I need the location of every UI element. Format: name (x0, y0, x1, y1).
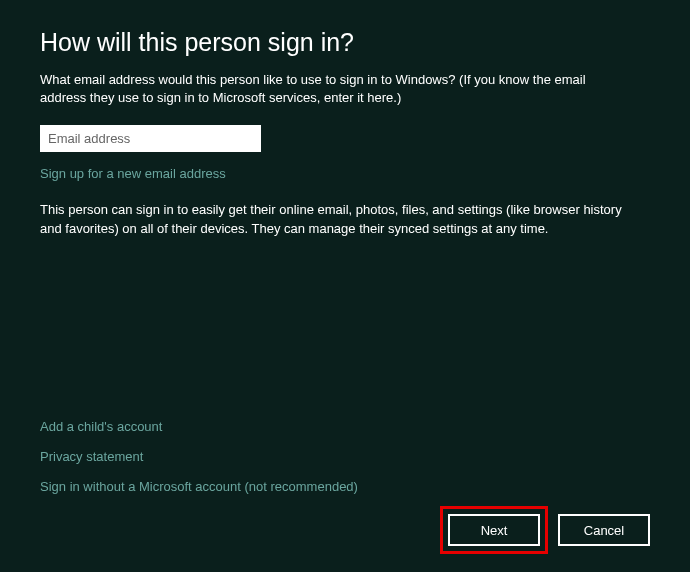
signup-new-email-link[interactable]: Sign up for a new email address (40, 166, 650, 181)
signin-setup-page: How will this person sign in? What email… (0, 0, 690, 572)
email-field[interactable] (40, 125, 261, 152)
next-button-highlight: Next (440, 506, 548, 554)
page-subtitle: What email address would this person lik… (40, 71, 630, 107)
add-child-account-link[interactable]: Add a child's account (40, 419, 358, 434)
cancel-button[interactable]: Cancel (558, 514, 650, 546)
signin-without-msaccount-link[interactable]: Sign in without a Microsoft account (not… (40, 479, 358, 494)
signin-description: This person can sign in to easily get th… (40, 201, 640, 237)
bottom-links: Add a child's account Privacy statement … (40, 419, 358, 494)
next-button[interactable]: Next (448, 514, 540, 546)
page-title: How will this person sign in? (40, 28, 650, 57)
privacy-statement-link[interactable]: Privacy statement (40, 449, 358, 464)
button-bar: Next Cancel (440, 506, 650, 554)
